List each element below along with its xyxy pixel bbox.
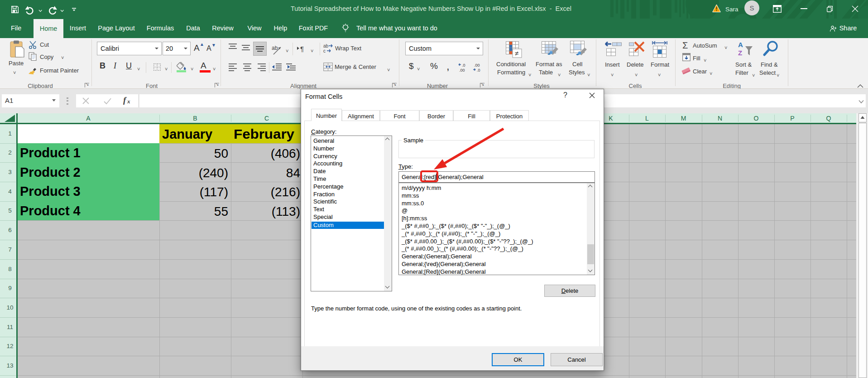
- svg-text:.00: .00: [474, 63, 480, 68]
- svg-text:.00: .00: [459, 68, 465, 73]
- svg-text:¶: ¶: [300, 45, 304, 53]
- svg-text:A: A: [738, 41, 743, 48]
- svg-text:.0: .0: [477, 68, 480, 73]
- svg-text:Z: Z: [738, 49, 742, 57]
- svg-text:ab: ab: [323, 44, 329, 48]
- svg-text:.0: .0: [462, 63, 465, 68]
- svg-text:c: c: [323, 48, 326, 53]
- svg-text:ab: ab: [272, 45, 278, 51]
- svg-text:≠: ≠: [515, 49, 518, 57]
